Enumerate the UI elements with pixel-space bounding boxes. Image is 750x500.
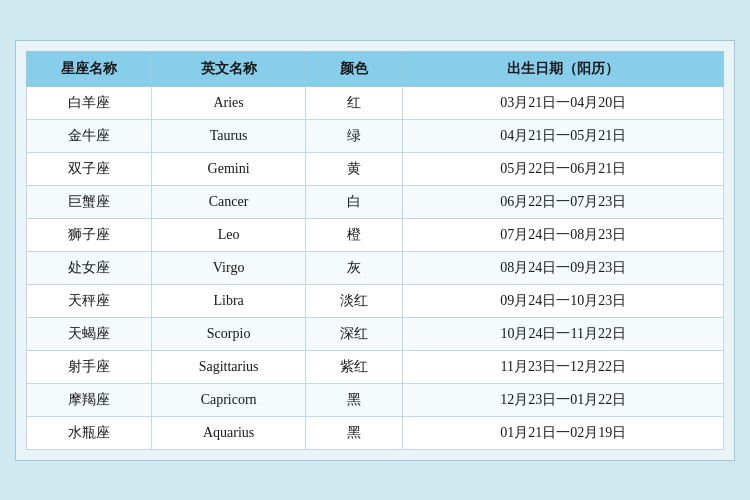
cell-color: 绿 xyxy=(305,119,403,152)
cell-chinese-name: 金牛座 xyxy=(27,119,152,152)
table-row: 射手座Sagittarius紫红11月23日一12月22日 xyxy=(27,350,724,383)
table-row: 处女座Virgo灰08月24日一09月23日 xyxy=(27,251,724,284)
cell-chinese-name: 巨蟹座 xyxy=(27,185,152,218)
cell-date: 05月22日一06月21日 xyxy=(403,152,724,185)
table-row: 双子座Gemini黄05月22日一06月21日 xyxy=(27,152,724,185)
table-row: 摩羯座Capricorn黑12月23日一01月22日 xyxy=(27,383,724,416)
cell-english-name: Gemini xyxy=(152,152,305,185)
cell-chinese-name: 处女座 xyxy=(27,251,152,284)
cell-date: 01月21日一02月19日 xyxy=(403,416,724,449)
cell-color: 红 xyxy=(305,86,403,119)
cell-date: 07月24日一08月23日 xyxy=(403,218,724,251)
cell-chinese-name: 双子座 xyxy=(27,152,152,185)
cell-color: 黑 xyxy=(305,416,403,449)
header-color: 颜色 xyxy=(305,51,403,86)
cell-english-name: Libra xyxy=(152,284,305,317)
cell-date: 09月24日一10月23日 xyxy=(403,284,724,317)
cell-english-name: Capricorn xyxy=(152,383,305,416)
cell-english-name: Sagittarius xyxy=(152,350,305,383)
cell-color: 深红 xyxy=(305,317,403,350)
cell-color: 紫红 xyxy=(305,350,403,383)
zodiac-table: 星座名称 英文名称 颜色 出生日期（阳历） 白羊座Aries红03月21日一04… xyxy=(26,51,724,450)
table-row: 金牛座Taurus绿04月21日一05月21日 xyxy=(27,119,724,152)
cell-english-name: Taurus xyxy=(152,119,305,152)
cell-date: 10月24日一11月22日 xyxy=(403,317,724,350)
cell-date: 11月23日一12月22日 xyxy=(403,350,724,383)
cell-english-name: Scorpio xyxy=(152,317,305,350)
zodiac-table-container: 星座名称 英文名称 颜色 出生日期（阳历） 白羊座Aries红03月21日一04… xyxy=(15,40,735,461)
cell-color: 橙 xyxy=(305,218,403,251)
header-english-name: 英文名称 xyxy=(152,51,305,86)
cell-date: 03月21日一04月20日 xyxy=(403,86,724,119)
cell-chinese-name: 白羊座 xyxy=(27,86,152,119)
cell-english-name: Virgo xyxy=(152,251,305,284)
cell-color: 黑 xyxy=(305,383,403,416)
cell-date: 06月22日一07月23日 xyxy=(403,185,724,218)
cell-date: 04月21日一05月21日 xyxy=(403,119,724,152)
header-date: 出生日期（阳历） xyxy=(403,51,724,86)
header-chinese-name: 星座名称 xyxy=(27,51,152,86)
table-row: 狮子座Leo橙07月24日一08月23日 xyxy=(27,218,724,251)
cell-chinese-name: 天蝎座 xyxy=(27,317,152,350)
cell-date: 12月23日一01月22日 xyxy=(403,383,724,416)
table-row: 巨蟹座Cancer白06月22日一07月23日 xyxy=(27,185,724,218)
cell-chinese-name: 射手座 xyxy=(27,350,152,383)
cell-chinese-name: 水瓶座 xyxy=(27,416,152,449)
cell-english-name: Aquarius xyxy=(152,416,305,449)
cell-color: 灰 xyxy=(305,251,403,284)
cell-color: 黄 xyxy=(305,152,403,185)
table-row: 白羊座Aries红03月21日一04月20日 xyxy=(27,86,724,119)
table-row: 水瓶座Aquarius黑01月21日一02月19日 xyxy=(27,416,724,449)
cell-english-name: Leo xyxy=(152,218,305,251)
cell-chinese-name: 摩羯座 xyxy=(27,383,152,416)
cell-color: 白 xyxy=(305,185,403,218)
cell-color: 淡红 xyxy=(305,284,403,317)
cell-date: 08月24日一09月23日 xyxy=(403,251,724,284)
cell-english-name: Cancer xyxy=(152,185,305,218)
table-row: 天秤座Libra淡红09月24日一10月23日 xyxy=(27,284,724,317)
cell-english-name: Aries xyxy=(152,86,305,119)
table-header-row: 星座名称 英文名称 颜色 出生日期（阳历） xyxy=(27,51,724,86)
cell-chinese-name: 狮子座 xyxy=(27,218,152,251)
cell-chinese-name: 天秤座 xyxy=(27,284,152,317)
table-row: 天蝎座Scorpio深红10月24日一11月22日 xyxy=(27,317,724,350)
